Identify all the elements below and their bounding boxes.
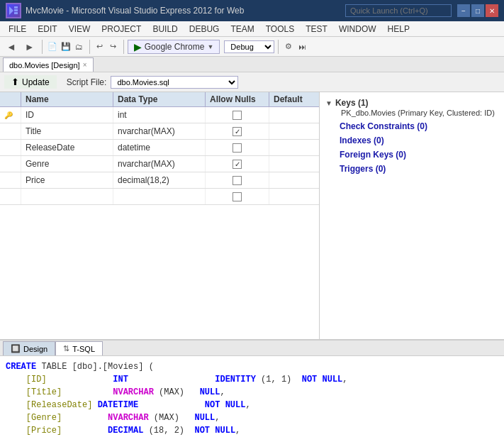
script-file-label: Script File: <box>67 77 107 87</box>
table-row[interactable]: Price decimal(18,2) <box>0 172 319 189</box>
step-icon[interactable]: ⏭ <box>296 40 308 53</box>
svg-marker-0 <box>9 6 13 15</box>
debug-icon[interactable]: ⚙ <box>282 40 295 53</box>
row-key-cell <box>0 156 21 172</box>
tab-bar: dbo.Movies [Design] × <box>0 57 504 72</box>
row-datatype-cell[interactable] <box>113 189 206 204</box>
indexes-title[interactable]: Indexes (0) <box>325 135 498 146</box>
design-tab[interactable]: dbo.Movies [Design] × <box>3 57 94 72</box>
forward-icon: ► <box>25 41 35 52</box>
redo-button[interactable]: ↪ <box>107 40 120 53</box>
table-row[interactable]: Genre nvarchar(MAX) <box>0 156 319 172</box>
keys-title[interactable]: ▼ Keys (1) <box>325 98 498 108</box>
update-button[interactable]: ⬆ Update <box>4 75 57 89</box>
row-name-cell[interactable]: Title <box>21 123 113 139</box>
row-name-cell[interactable]: ID <box>21 107 113 123</box>
row-default-cell[interactable] <box>269 172 320 188</box>
row-name-cell[interactable] <box>21 189 113 204</box>
debug-tools: ⚙ ⏭ <box>282 40 308 53</box>
row-default-cell[interactable] <box>269 107 320 123</box>
row-name-cell[interactable]: Genre <box>21 156 113 172</box>
minimize-button[interactable]: − <box>457 4 470 17</box>
back-button[interactable]: ◄ <box>3 39 20 55</box>
menu-item-build[interactable]: BUILD <box>147 23 183 35</box>
allow-nulls-checkbox[interactable] <box>233 192 242 201</box>
row-nulls-cell[interactable] <box>206 140 269 155</box>
menu-item-debug[interactable]: DEBUG <box>184 23 225 35</box>
row-name-cell[interactable]: ReleaseDate <box>21 140 113 155</box>
row-key-cell <box>0 140 21 155</box>
menu-item-edit[interactable]: EDIT <box>32 23 62 35</box>
row-nulls-cell[interactable] <box>206 123 269 139</box>
primary-key-icon: 🔑 <box>4 111 13 119</box>
script-file-select[interactable]: dbo.Movies.sql <box>111 76 238 89</box>
row-default-cell[interactable] <box>269 140 320 155</box>
svg-rect-3 <box>14 12 18 14</box>
row-datatype-cell[interactable]: nvarchar(MAX) <box>113 123 206 139</box>
quick-launch-input[interactable] <box>345 4 452 17</box>
menu-item-team[interactable]: TEAM <box>225 23 259 35</box>
allow-nulls-checkbox[interactable] <box>233 176 242 185</box>
row-default-cell[interactable] <box>269 189 320 204</box>
toolbar-separator-4 <box>278 40 279 54</box>
collapse-icon[interactable]: ▼ <box>325 99 332 107</box>
check-constraints-title[interactable]: Check Constraints (0) <box>325 121 498 132</box>
undo-button[interactable]: ↩ <box>94 40 106 53</box>
check-constraints-label: Check Constraints (0) <box>340 121 427 131</box>
design-bottom-tab-label: Design <box>23 345 47 353</box>
menu-item-tools[interactable]: TOOLS <box>260 23 300 35</box>
sql-line-1: CREATE TABLE [dbo].[Movies] ( <box>6 360 498 373</box>
db-toolbar: ⬆ Update Script File: dbo.Movies.sql <box>0 72 504 92</box>
allow-nulls-checkbox[interactable] <box>233 160 242 169</box>
row-datatype-cell[interactable]: int <box>113 107 206 123</box>
design-tab-icon: 🔲 <box>11 344 21 353</box>
allow-nulls-checkbox[interactable] <box>233 143 242 153</box>
close-button[interactable]: ✕ <box>486 4 498 17</box>
close-tab-icon[interactable]: × <box>83 61 87 69</box>
menu-item-test[interactable]: TEST <box>300 23 333 35</box>
maximize-button[interactable]: □ <box>471 4 484 17</box>
new-file-icon[interactable]: 📄 <box>46 40 59 53</box>
menu-item-window[interactable]: WINDOW <box>333 23 382 35</box>
col-header-name: Name <box>21 92 113 106</box>
save-all-icon[interactable]: 🗂 <box>73 40 86 53</box>
row-datatype-cell[interactable]: decimal(18,2) <box>113 172 206 188</box>
table-row[interactable]: Title nvarchar(MAX) <box>0 123 319 140</box>
tsql-tab-icon: ⇅ <box>63 344 69 353</box>
edit-tools: 📄 💾 🗂 <box>46 40 86 53</box>
row-default-cell[interactable] <box>269 156 320 172</box>
table-row[interactable]: ReleaseDate datetime <box>0 140 319 156</box>
row-datatype-cell[interactable]: nvarchar(MAX) <box>113 156 206 172</box>
triggers-title[interactable]: Triggers (0) <box>325 163 498 175</box>
row-nulls-cell[interactable] <box>206 189 269 204</box>
row-nulls-cell[interactable] <box>206 107 269 123</box>
forward-button[interactable]: ► <box>21 39 38 55</box>
config-select[interactable]: Debug Release <box>224 40 274 53</box>
allow-nulls-checkbox[interactable] <box>233 111 242 120</box>
menu-item-file[interactable]: FILE <box>3 23 32 35</box>
dropdown-icon[interactable]: ▼ <box>207 43 213 50</box>
play-icon: ▶ <box>134 41 142 52</box>
row-nulls-cell[interactable] <box>206 172 269 188</box>
table-panel: Name Data Type Allow Nulls Default 🔑 ID … <box>0 92 320 339</box>
menu-item-view[interactable]: VIEW <box>63 23 96 35</box>
foreign-keys-section: Foreign Keys (0) <box>325 149 498 160</box>
sql-editor[interactable]: CREATE TABLE [dbo].[Movies] ( [ID] INT I… <box>0 356 504 437</box>
update-arrow-icon: ⬆ <box>11 77 19 87</box>
row-key-cell <box>0 172 21 188</box>
row-default-cell[interactable] <box>269 123 320 139</box>
row-name-cell[interactable]: Price <box>21 172 113 188</box>
row-datatype-cell[interactable]: datetime <box>113 140 206 155</box>
design-bottom-tab[interactable]: 🔲 Design <box>3 341 55 355</box>
menu-item-help[interactable]: HELP <box>382 23 415 35</box>
table-row[interactable] <box>0 189 319 205</box>
row-nulls-cell[interactable] <box>206 156 269 172</box>
save-icon[interactable]: 💾 <box>60 40 72 53</box>
window-title: MvcMovie - Microsoft Visual Studio Expre… <box>26 6 345 16</box>
menu-item-project[interactable]: PROJECT <box>96 23 147 35</box>
tsql-tab[interactable]: ⇅ T-SQL <box>55 341 103 355</box>
run-button[interactable]: ▶ Google Chrome ▼ <box>128 40 220 54</box>
foreign-keys-title[interactable]: Foreign Keys (0) <box>325 149 498 160</box>
allow-nulls-checkbox[interactable] <box>233 127 242 136</box>
table-row[interactable]: 🔑 ID int <box>0 107 319 123</box>
